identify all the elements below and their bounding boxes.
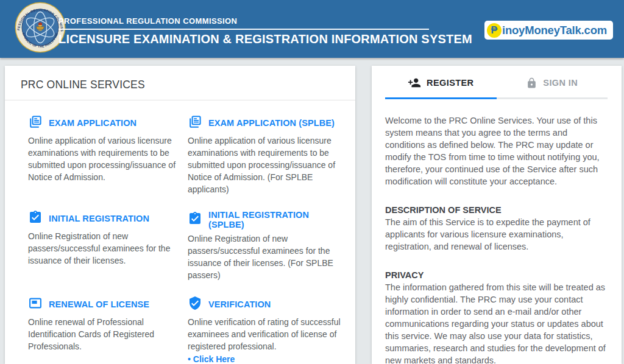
service-renewal-of-license: RENEWAL OF LICENSE Online renewal of Pro… <box>28 296 188 364</box>
section-body: The information gathered from this site … <box>385 281 608 364</box>
terms-of-service-text: Welcome to the PRC Online Services. Your… <box>385 114 608 364</box>
system-title: LICENSURE EXAMINATION & REGISTRATION INF… <box>58 32 472 46</box>
tab-sign-in-label: SIGN IN <box>543 78 578 88</box>
app-header: PROFESSIONAL REGULATION COMMISSION REPUB… <box>0 0 624 58</box>
service-title: INITIAL REGISTRATION (SPLBE) <box>208 210 343 229</box>
tab-sign-in[interactable]: SIGN IN <box>497 66 608 99</box>
welcome-paragraph: Welcome to the PRC Online Services. Your… <box>385 114 608 187</box>
shield-check-icon <box>188 296 202 313</box>
initial-registration-link[interactable]: INITIAL REGISTRATION <box>28 210 188 227</box>
auth-tabs: REGISTER SIGN IN <box>385 66 608 99</box>
service-description: Online application of various licensure … <box>188 135 343 195</box>
lock-icon <box>526 77 537 89</box>
header-divider-line <box>58 29 429 30</box>
service-verification: VERIFICATION Online verification of rati… <box>188 296 343 364</box>
exam-application-link[interactable]: EXAM APPLICATION <box>28 114 188 131</box>
service-initial-registration-splbe: INITIAL REGISTRATION (SPLBE) Online Regi… <box>188 210 343 281</box>
renewal-of-license-link[interactable]: RENEWAL OF LICENSE <box>28 296 188 313</box>
main-content: PRC ONLINE SERVICES EXAM APPLICATION Onl… <box>0 58 624 364</box>
click-here-link[interactable]: • Click Here <box>188 353 343 364</box>
assignment-check-icon <box>188 211 202 228</box>
service-initial-registration: INITIAL REGISTRATION Online Registration… <box>28 210 188 281</box>
person-add-icon <box>408 76 421 89</box>
service-title: EXAM APPLICATION <box>49 118 136 128</box>
peso-icon: ₱ <box>487 23 502 38</box>
service-description: Online Registration of new passers/succe… <box>28 230 183 267</box>
tab-register-label: REGISTER <box>427 78 473 88</box>
library-books-icon <box>188 114 202 131</box>
services-panel: PRC ONLINE SERVICES EXAM APPLICATION Onl… <box>5 66 355 364</box>
exam-application-splbe-link[interactable]: EXAM APPLICATION (SPLBE) <box>188 114 343 131</box>
service-exam-application-splbe: EXAM APPLICATION (SPLBE) Online applicat… <box>188 114 343 195</box>
services-grid: EXAM APPLICATION Online application of v… <box>5 100 355 364</box>
verification-link[interactable]: VERIFICATION <box>188 296 343 313</box>
initial-registration-splbe-link[interactable]: INITIAL REGISTRATION (SPLBE) <box>188 210 343 229</box>
library-books-icon <box>28 114 43 131</box>
agency-name: PROFESSIONAL REGULATION COMMISSION <box>58 16 472 26</box>
service-description: Online verification of rating of success… <box>188 316 343 352</box>
service-exam-application: EXAM APPLICATION Online application of v… <box>28 114 188 195</box>
description-of-service-section: DESCRIPTION OF SERVICE The aim of this S… <box>385 204 608 253</box>
pinoymoneytalk-label: inoyMoneyTalk.com <box>502 24 607 37</box>
service-title: VERIFICATION <box>208 299 271 309</box>
section-heading: DESCRIPTION OF SERVICE <box>385 204 608 216</box>
pinoymoneytalk-badge[interactable]: ₱ inoyMoneyTalk.com <box>484 21 613 40</box>
services-panel-title: PRC ONLINE SERVICES <box>5 66 355 100</box>
service-title: EXAM APPLICATION (SPLBE) <box>208 118 335 128</box>
section-body: The aim of this Service is to expedite t… <box>385 216 608 253</box>
service-title: RENEWAL OF LICENSE <box>49 299 149 309</box>
auth-panel: REGISTER SIGN IN Welcome to the PRC Onli… <box>372 66 622 364</box>
id-card-icon <box>28 296 43 313</box>
tab-register[interactable]: REGISTER <box>385 66 497 99</box>
section-heading: PRIVACY <box>385 269 608 281</box>
service-description: Online Registration of new passers/succe… <box>188 233 343 281</box>
service-title: INITIAL REGISTRATION <box>49 214 149 223</box>
service-description: Online application of various licensure … <box>28 135 183 183</box>
assignment-check-icon <box>28 210 43 227</box>
privacy-section: PRIVACY The information gathered from th… <box>385 269 608 364</box>
service-description: Online renewal of Professional Identific… <box>28 316 183 352</box>
